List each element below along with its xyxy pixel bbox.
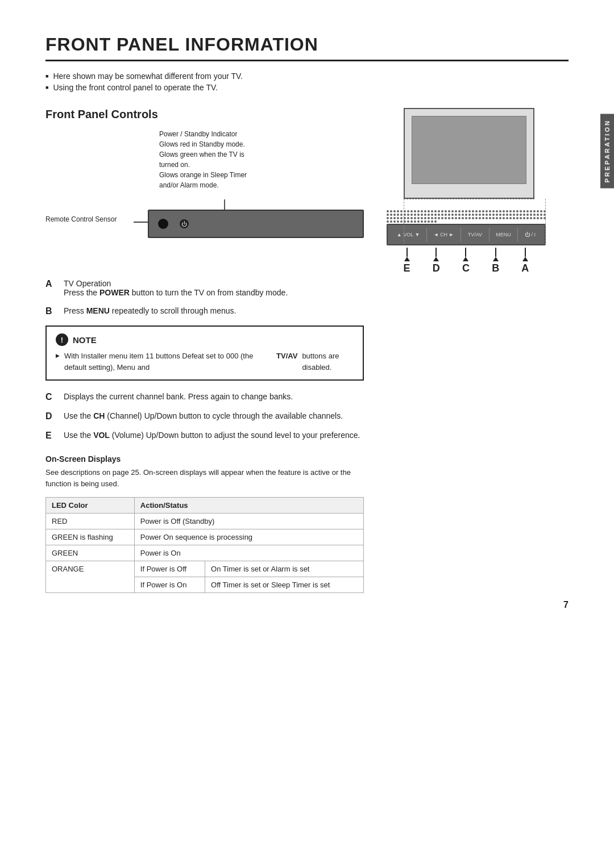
power-dot: ⏻ bbox=[180, 219, 189, 228]
label-a-letter: A bbox=[45, 279, 56, 297]
dot-cell bbox=[503, 214, 505, 216]
dot-cell bbox=[526, 217, 529, 219]
dot-cell bbox=[468, 214, 471, 216]
dot-cell bbox=[540, 214, 542, 216]
panel-sep1 bbox=[426, 228, 427, 241]
dot-cell bbox=[499, 214, 501, 216]
dot-cell bbox=[472, 210, 474, 212]
dot-cell bbox=[410, 220, 413, 223]
arrow-b-line bbox=[495, 248, 496, 257]
note-text: With Installer menu item 11 buttons Defe… bbox=[56, 350, 354, 373]
dot-cell bbox=[407, 210, 409, 212]
dot-cell bbox=[482, 217, 484, 219]
dot-cell bbox=[417, 210, 420, 212]
label-e-letter: E bbox=[45, 431, 56, 441]
section1-title: Front Panel Controls bbox=[45, 108, 364, 121]
panel-vol: ▲ VOL ▼ bbox=[397, 232, 420, 237]
arrow-c-head-up bbox=[463, 257, 468, 261]
dot-cell bbox=[451, 210, 454, 212]
dot-cell bbox=[387, 210, 389, 212]
table-row-orange-1: ORANGE If Power is Off On Timer is set o… bbox=[46, 561, 364, 577]
dot-cell bbox=[472, 214, 474, 216]
on-screen-title: On-Screen Displays bbox=[45, 454, 364, 464]
dot-cell bbox=[489, 214, 491, 216]
dot-cell bbox=[414, 214, 416, 216]
dot-cell bbox=[530, 214, 532, 216]
sensor-dot bbox=[158, 219, 168, 229]
power-callout: Power / Standby Indicator Glows red in S… bbox=[159, 129, 284, 190]
tv-dashed-top bbox=[404, 199, 534, 199]
dot-cell bbox=[533, 210, 536, 212]
arrow-c-line bbox=[465, 248, 466, 257]
dot-cell bbox=[431, 220, 433, 223]
dot-grid bbox=[387, 210, 546, 223]
panel-controls-bar: ▲ VOL ▼ ◄ CH ► TV/AV MENU ⏻ / I bbox=[387, 224, 546, 245]
bullet-1: Here shown may be somewhat different fro… bbox=[45, 72, 569, 81]
dot-cell bbox=[434, 220, 437, 223]
label-a-title: TV Operation bbox=[64, 279, 288, 288]
dot-cell bbox=[397, 214, 399, 216]
dot-cell bbox=[496, 214, 498, 216]
dot-cell bbox=[428, 210, 430, 212]
dot-cell bbox=[489, 217, 491, 219]
dot-cell bbox=[428, 214, 430, 216]
dot-cell bbox=[428, 220, 430, 223]
dot-cell bbox=[533, 217, 536, 219]
dot-cell bbox=[434, 217, 437, 219]
label-a-section: A TV Operation Press the POWER button to… bbox=[45, 279, 364, 297]
dot-cell bbox=[486, 217, 488, 219]
dot-cell bbox=[428, 217, 430, 219]
dot-cell bbox=[509, 214, 512, 216]
power-callout-line2: Glows red in Standby mode. bbox=[159, 139, 284, 149]
label-b-letter: B bbox=[45, 306, 56, 316]
dot-cell bbox=[465, 210, 467, 212]
dot-cell bbox=[451, 214, 454, 216]
dot-cell bbox=[458, 210, 460, 212]
dot-cell bbox=[455, 210, 457, 212]
label-a-content: TV Operation Press the POWER button to t… bbox=[64, 279, 288, 297]
dot-cell bbox=[455, 214, 457, 216]
dot-cell bbox=[513, 214, 515, 216]
dot-cell bbox=[516, 217, 518, 219]
dot-cell bbox=[540, 217, 542, 219]
dot-cell bbox=[410, 217, 413, 219]
dot-cell bbox=[390, 220, 392, 223]
dot-cell bbox=[445, 217, 447, 219]
front-panel-bar: ⏻ bbox=[148, 210, 364, 238]
dot-cell bbox=[397, 210, 399, 212]
table-cell-green-status: Power is On bbox=[134, 545, 363, 561]
dot-cell bbox=[479, 210, 481, 212]
dot-cell bbox=[496, 217, 498, 219]
dot-cell bbox=[421, 220, 423, 223]
dot-cell bbox=[520, 217, 522, 219]
dot-cell bbox=[390, 217, 392, 219]
dot-cell bbox=[540, 210, 542, 212]
dot-cell bbox=[410, 214, 413, 216]
tv-top-diagram bbox=[387, 108, 546, 210]
dot-cell bbox=[475, 214, 478, 216]
dot-cell bbox=[479, 217, 481, 219]
table-cell-orange-status2: Off Timer is set or Sleep Timer is set bbox=[205, 577, 364, 593]
page-number: 7 bbox=[563, 600, 569, 610]
table-cell-orange-color: ORANGE bbox=[46, 561, 135, 593]
led-table: LED Color Action/Status RED Power is Off… bbox=[45, 497, 364, 593]
dot-cell bbox=[523, 217, 525, 219]
table-row-green: GREEN Power is On bbox=[46, 545, 364, 561]
dot-cell bbox=[509, 217, 512, 219]
dot-cell bbox=[407, 220, 409, 223]
dot-cell bbox=[526, 210, 529, 212]
dot-cell bbox=[465, 217, 467, 219]
dot-cell bbox=[458, 217, 460, 219]
main-layout: Front Panel Controls Power / Standby Ind… bbox=[45, 108, 569, 593]
dot-cell bbox=[486, 214, 488, 216]
dot-cell bbox=[445, 214, 447, 216]
dot-cell bbox=[390, 214, 392, 216]
dot-cell bbox=[438, 217, 440, 219]
power-callout-line6: and/or Alarm mode. bbox=[159, 180, 284, 190]
dot-cell bbox=[462, 217, 464, 219]
dot-cell bbox=[445, 210, 447, 212]
dot-cell bbox=[441, 214, 443, 216]
front-panel-area: Remote Control Sensor ⏻ bbox=[45, 199, 364, 273]
dot-cell bbox=[400, 220, 403, 223]
dot-cell bbox=[417, 214, 420, 216]
